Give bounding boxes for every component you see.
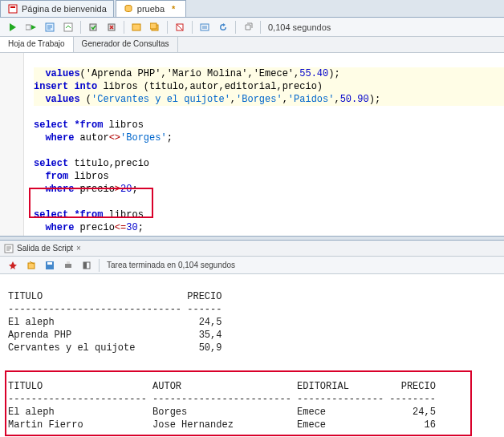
toggle-output-button[interactable] [79,257,95,273]
svg-rect-16 [47,262,52,265]
explain-plan-button[interactable] [42,19,58,35]
output-tab-label[interactable]: Salida de Script [17,244,73,253]
autotrace-button[interactable] [60,19,76,35]
code-token: insert into [34,81,97,92]
tab-welcome[interactable]: Página de bienvenida [0,0,114,17]
worksheet-subtabs: Hoja de Trabajo Generador de Consultas [0,37,504,53]
result-row: Aprenda PHP 35,4 [8,330,222,341]
code-token: ; [132,184,137,195]
code-token: ('Aprenda PHP','Mario Molina','Emece', [80,68,300,79]
svg-rect-5 [64,23,72,31]
svg-rect-17 [65,264,71,268]
svg-rect-12 [201,24,209,30]
code-token: 30 [126,222,137,233]
svg-rect-1 [10,6,15,8]
output-status: Tarea terminada en 0,104 segundos [107,261,235,269]
code-token: libros [103,119,143,131]
status-timing: 0,104 segundos [268,22,331,32]
result-sep: ------------------------------ ------ [8,304,222,315]
code-token: from [34,171,68,182]
sql-icon [123,3,134,14]
result-row: Martin Fierro Jose Hernandez Emece 16 [8,419,436,431]
output-toolbar: Tarea terminada en 0,104 segundos [0,257,504,274]
code-token: precio [74,222,114,233]
run-script-button[interactable] [23,19,39,35]
code-token: select *from [34,119,103,131]
output-tabs: Salida de Script × [0,241,504,257]
svg-rect-20 [83,262,87,269]
toolbar-separator [260,21,261,34]
tab-label: prueba [137,4,165,14]
toolbar-separator [192,21,193,34]
code-token: values [34,94,80,105]
tab-label: Página de bienvenida [22,4,107,14]
editor-gutter [0,53,24,236]
print-output-button[interactable] [60,257,76,273]
clear-output-button[interactable] [23,257,39,273]
pin-button[interactable] [5,257,21,273]
file-tabs: Página de bienvenida prueba * [0,0,504,18]
script-output-icon [3,243,14,254]
code-area[interactable]: values('Aprenda PHP','Mario Molina','Eme… [24,53,504,236]
code-token: ; [138,222,144,233]
code-token: libros (titulo,autor,editorial,precio) [97,81,323,92]
code-token: select *from [34,209,103,221]
svg-rect-8 [132,24,140,30]
tab-prueba[interactable]: prueba * [116,0,186,17]
code-token: ( [80,94,91,105]
code-token: 'Paidos' [288,94,335,105]
expand-button[interactable] [240,19,256,35]
result-header: TITULO PRECIO [8,291,222,302]
code-token: autor [74,132,108,144]
svg-rect-10 [150,23,156,29]
svg-rect-18 [67,261,70,264]
rollback-button[interactable] [104,19,120,35]
code-token: 50.90 [340,94,369,105]
shared-sql-button[interactable] [147,19,163,35]
script-output[interactable]: TITULO PRECIO --------------------------… [0,274,504,437]
code-token: precio [74,184,114,195]
toolbar-separator [80,21,81,34]
code-token: libros [68,171,108,182]
code-token: where [34,184,74,195]
code-token: > [115,184,120,195]
code-token: <= [115,222,126,233]
code-token: ; [167,132,173,144]
code-token: <> [109,132,120,144]
code-token: 'Borges' [120,132,167,144]
toolbar-separator [99,259,100,272]
editor-toolbar: 0,104 segundos [0,18,504,37]
run-button[interactable] [5,19,21,35]
code-token: where [34,132,74,144]
result-row: Cervantes y el quijote 50,9 [8,342,222,354]
close-icon[interactable]: × [76,244,81,253]
code-token: 'Cervantes y el quijote' [91,94,230,105]
code-token: 'Borges' [236,94,282,105]
toolbar-separator [124,21,124,34]
result-row: El aleph Borges Emece 24,5 [8,407,436,418]
svg-rect-3 [26,25,30,30]
clear-button[interactable] [172,19,188,35]
sql-history-button[interactable] [197,19,213,35]
result-header: TITULO AUTOR EDITORIAL PRECIO [8,381,436,392]
code-token: values [34,68,80,79]
subtab-querybuilder[interactable]: Generador de Consultas [74,37,178,52]
svg-rect-0 [9,5,17,13]
code-token: 20 [120,184,132,195]
code-token: titulo,precio [68,158,149,169]
commit-button[interactable] [85,19,101,35]
result-sep: ------------------------ ---------------… [8,394,436,405]
code-token: select [34,158,68,169]
unshared-sql-button[interactable] [128,19,144,35]
file-icon [7,3,18,14]
code-token: ); [369,94,380,105]
toolbar-separator [235,21,236,34]
subtab-worksheet[interactable]: Hoja de Trabajo [0,37,74,52]
code-token: ); [328,68,339,79]
modified-dot-icon: * [168,3,179,14]
save-output-button[interactable] [42,257,58,273]
code-token: libros [103,209,143,221]
refresh-button[interactable] [215,19,231,35]
result-row: El aleph 24,5 [8,317,222,328]
sql-editor[interactable]: values('Aprenda PHP','Mario Molina','Eme… [0,53,504,236]
